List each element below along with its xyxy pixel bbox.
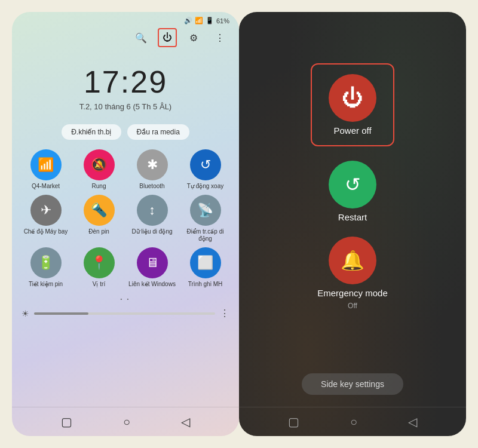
brightness-more-icon[interactable]: ⋮	[220, 308, 229, 319]
rung-label: Rung	[92, 183, 106, 190]
airplane-icon: ✈	[30, 195, 62, 226]
hotspot-label: Điểm tr.cấp di động	[181, 228, 229, 243]
screen-record-icon: ⬜	[190, 247, 221, 278]
emergency-label: Emergency mode	[317, 288, 388, 298]
power-off-option[interactable]: ⏻ Power off	[311, 63, 394, 146]
top-icons-row: 🔍 ⏻ ⚙ ⋮	[12, 27, 239, 52]
flashlight-icon: 🔦	[84, 195, 115, 226]
quick-tabs: Đ.khiến th.bị Đầu ra media	[12, 115, 239, 145]
autorotate-icon: ↺	[190, 149, 221, 180]
location-label: Vị trí	[93, 281, 105, 288]
home-nav-button[interactable]: ○	[123, 415, 130, 429]
flashlight-label: Đèn pin	[88, 228, 109, 235]
rung-item[interactable]: 🔕 Rung	[75, 149, 123, 190]
page-dots: • •	[12, 293, 239, 305]
restart-option[interactable]: ↺ Restart	[329, 161, 376, 222]
right-panel: ⏻ Power off ↺ Restart 🔔 Emergency mode O…	[239, 12, 466, 436]
media-output-tab[interactable]: Đầu ra media	[127, 124, 189, 140]
emergency-option[interactable]: 🔔 Emergency mode Off	[317, 237, 388, 310]
bluetooth-icon: ✱	[137, 149, 168, 180]
settings-button[interactable]: ⚙	[184, 28, 203, 47]
q4market-icon: 📶	[30, 149, 62, 180]
brightness-slider[interactable]	[34, 312, 215, 315]
back-nav-button[interactable]: ◁	[181, 415, 190, 429]
airplane-item[interactable]: ✈ Chế độ Máy bay	[22, 195, 70, 243]
battery-saver-item[interactable]: 🔋 Tiết kiệm pin	[22, 247, 70, 288]
battery-saver-icon: 🔋	[30, 247, 62, 278]
left-panel: 🔊 📶 📱 61% 🔍 ⏻ ⚙ ⋮ 17:29 T.2, 10 tháng 6 …	[12, 12, 239, 436]
more-menu-button[interactable]: ⋮	[210, 28, 229, 47]
time-section: 17:29 T.2, 10 tháng 6 (5 Th 5 ÂL)	[12, 52, 239, 115]
location-icon: 📍	[84, 247, 115, 278]
right-home-nav-button[interactable]: ○	[350, 415, 357, 429]
power-off-icon: ⏻	[329, 74, 376, 122]
link-windows-icon: 🖥	[137, 247, 168, 278]
status-bar: 🔊 📶 📱 61%	[12, 12, 239, 27]
search-button[interactable]: 🔍	[131, 28, 151, 47]
airplane-label: Chế độ Máy bay	[24, 228, 68, 235]
brightness-row: ☀ ⋮	[12, 305, 239, 321]
restart-icon: ↺	[329, 161, 376, 208]
restart-label: Restart	[338, 212, 367, 222]
power-options-list: ⏻ Power off ↺ Restart 🔔 Emergency mode O…	[311, 12, 394, 373]
battery-text: 61%	[216, 17, 229, 24]
mobiledata-item[interactable]: ↕ Dữ liệu di động	[128, 195, 176, 243]
left-bottom-nav: ▢ ○ ◁	[12, 407, 239, 436]
rung-icon: 🔕	[84, 149, 115, 180]
date-display: T.2, 10 tháng 6 (5 Th 5 ÂL)	[12, 102, 239, 111]
wifi-icon: 📶	[195, 17, 203, 24]
bluetooth-item[interactable]: ✱ Bluetooth	[128, 149, 176, 190]
right-bottom-nav: ▢ ○ ◁	[239, 407, 466, 436]
power-button[interactable]: ⏻	[158, 28, 177, 47]
autorotate-item[interactable]: ↺ Tự động xoay	[181, 149, 229, 190]
link-windows-label: Liên kết Windows	[128, 281, 176, 288]
brightness-fill	[34, 312, 88, 315]
emergency-sublabel: Off	[348, 302, 357, 310]
emergency-icon: 🔔	[329, 237, 376, 284]
flashlight-item[interactable]: 🔦 Đèn pin	[75, 195, 123, 243]
q4market-item[interactable]: 📶 Q4-Market	[22, 149, 70, 190]
device-control-tab[interactable]: Đ.khiến th.bị	[62, 124, 121, 140]
autorotate-label: Tự động xoay	[187, 183, 223, 190]
time-display: 17:29	[12, 64, 239, 100]
side-key-settings-button[interactable]: Side key settings	[302, 373, 403, 395]
location-item[interactable]: 📍 Vị trí	[75, 247, 123, 288]
mobiledata-icon: ↕	[137, 195, 168, 226]
mobiledata-label: Dữ liệu di động	[131, 228, 172, 235]
hotspot-icon: 📡	[190, 195, 221, 226]
recents-nav-button[interactable]: ▢	[61, 415, 72, 429]
right-back-nav-button[interactable]: ◁	[408, 415, 417, 429]
quick-settings-grid: 📶 Q4-Market 🔕 Rung ✱ Bluetooth ↺ Tự động…	[12, 145, 239, 293]
screen-record-item[interactable]: ⬜ Trình ghi MH	[181, 247, 229, 288]
bluetooth-label: Bluetooth	[139, 183, 164, 190]
link-windows-item[interactable]: 🖥 Liên kết Windows	[128, 247, 176, 288]
power-off-label: Power off	[333, 125, 371, 136]
right-recents-nav-button[interactable]: ▢	[288, 415, 299, 429]
signal-icon: 📱	[206, 17, 214, 24]
screen-record-label: Trình ghi MH	[188, 281, 222, 288]
brightness-icon: ☀	[22, 309, 29, 318]
q4market-label: Q4-Market	[32, 183, 60, 190]
hotspot-item[interactable]: 📡 Điểm tr.cấp di động	[181, 195, 229, 243]
battery-saver-label: Tiết kiệm pin	[29, 281, 63, 288]
speaker-icon: 🔊	[184, 17, 192, 24]
